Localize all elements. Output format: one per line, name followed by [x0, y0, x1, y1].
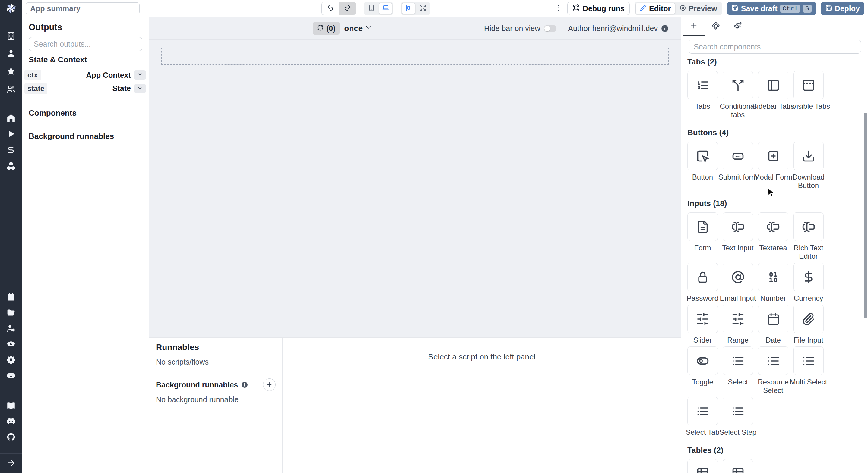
download-icon — [802, 149, 815, 163]
component-card[interactable]: Textarea — [758, 212, 788, 261]
folder-icon[interactable] — [6, 307, 16, 317]
tab-editor[interactable]: Editor — [636, 3, 675, 14]
component-card[interactable]: Download Button — [793, 142, 824, 190]
bot-icon[interactable] — [6, 370, 16, 380]
save-icon — [826, 4, 832, 13]
sliders-icon — [732, 312, 745, 326]
calendar-solid-icon[interactable] — [6, 292, 16, 302]
component-card[interactable]: Rich Text Editor — [793, 212, 824, 261]
ellipsis-box-icon — [732, 149, 745, 163]
component-card[interactable]: Select — [723, 346, 753, 395]
center-layout-button[interactable] — [402, 3, 415, 14]
canvas-dropzone[interactable] — [161, 47, 669, 65]
fullwidth-button[interactable] — [416, 3, 430, 14]
save-icon — [732, 4, 738, 13]
dollar-icon[interactable] — [6, 145, 16, 155]
component-card[interactable]: Button — [687, 142, 718, 190]
component-card[interactable]: Text Input — [723, 212, 753, 261]
desktop-view-button[interactable] — [379, 3, 392, 14]
runnable-detail-area: Select a script on the left panel — [283, 338, 681, 473]
expand-row-button[interactable] — [134, 70, 146, 79]
user-icon[interactable] — [6, 48, 16, 59]
recompute-mode-dropdown[interactable]: once — [344, 24, 372, 33]
play-icon[interactable] — [6, 129, 16, 139]
component-card[interactable]: Date — [758, 305, 788, 344]
redo-button[interactable] — [339, 2, 356, 15]
component-card[interactable]: Select Step — [723, 397, 753, 437]
hide-bar-toggle[interactable] — [544, 25, 556, 32]
boxes-icon[interactable] — [6, 161, 16, 171]
split-icon — [732, 79, 745, 92]
building-icon[interactable] — [6, 30, 16, 41]
deploy-button[interactable]: Deploy — [821, 2, 864, 15]
component-card[interactable]: Resource Select — [758, 346, 788, 395]
component-card[interactable]: Invisible Tabs — [793, 71, 824, 119]
text-cursor-input-icon — [732, 220, 745, 234]
output-row-state[interactable]: state State — [22, 82, 149, 95]
arrow-right-icon[interactable] — [6, 458, 16, 468]
book-icon[interactable] — [6, 400, 16, 411]
outputs-search-input[interactable] — [29, 37, 142, 51]
panel-tab-component-settings[interactable] — [705, 17, 727, 36]
component-card[interactable]: Select Tab — [687, 397, 718, 437]
app-canvas[interactable]: (0) once Hide bar on view Author henri@w… — [149, 17, 681, 337]
info-icon[interactable] — [661, 24, 669, 33]
component-card[interactable] — [687, 459, 718, 473]
discord-icon[interactable] — [6, 416, 16, 426]
kbd-s: S — [803, 4, 812, 13]
recompute-button[interactable]: (0) — [313, 22, 340, 35]
component-card[interactable]: Multi Select — [793, 346, 824, 395]
component-card[interactable]: Range — [723, 305, 753, 344]
components-search-input[interactable] — [688, 40, 861, 54]
component-card[interactable]: Number — [758, 263, 788, 302]
github-icon[interactable] — [6, 432, 16, 442]
eye-icon[interactable] — [6, 339, 16, 349]
list-ordered-icon — [696, 79, 709, 92]
list-icon — [696, 405, 709, 418]
tab-preview[interactable]: Preview — [675, 3, 721, 14]
component-card-label: Rich Text Editor — [786, 244, 831, 261]
component-card[interactable]: Conditional tabs — [723, 71, 753, 119]
sidebar-group-collapse — [0, 458, 22, 468]
gear-icon[interactable] — [6, 354, 16, 365]
runnables-panel: Runnables No scripts/flows Background ru… — [149, 337, 681, 473]
state-context-rows: ctx App Context state State — [22, 68, 149, 95]
output-row-ctx[interactable]: ctx App Context — [22, 68, 149, 82]
bug-icon — [572, 4, 580, 13]
component-section-title: Tables (2) — [687, 446, 868, 455]
panel-tab-insert-component[interactable] — [683, 17, 705, 36]
undo-button[interactable] — [321, 2, 339, 15]
component-card[interactable]: Currency — [793, 263, 824, 302]
save-draft-button[interactable]: Save draft Ctrl S — [727, 2, 816, 15]
sidebar-group-links — [0, 400, 22, 442]
home-icon[interactable] — [6, 113, 16, 123]
windmill-logo[interactable] — [0, 0, 22, 17]
component-card[interactable]: Tabs — [687, 71, 718, 119]
mobile-view-button[interactable] — [365, 3, 378, 14]
dollar-sign-icon — [802, 271, 815, 284]
users-icon[interactable] — [6, 84, 16, 94]
info-icon[interactable] — [241, 381, 248, 388]
add-background-runnable-button[interactable] — [263, 378, 276, 391]
app-summary-input[interactable] — [26, 2, 140, 14]
component-card[interactable]: Form — [687, 212, 718, 261]
components-scrollbar[interactable] — [864, 113, 867, 318]
plus-icon — [690, 22, 698, 31]
component-card[interactable]: Submit form — [723, 142, 753, 190]
panel-tab-styling[interactable] — [727, 17, 749, 36]
star-icon[interactable] — [6, 66, 16, 76]
paintbrush-icon — [734, 22, 742, 31]
component-card[interactable]: Slider — [687, 305, 718, 344]
component-card[interactable]: File Input — [793, 305, 824, 344]
component-card[interactable] — [723, 459, 753, 473]
component-card[interactable]: Toggle — [687, 346, 718, 395]
component-card[interactable]: Sidebar Tabs — [758, 71, 788, 119]
component-card[interactable]: Modal Form — [758, 142, 788, 190]
component-card[interactable]: Email Input — [723, 263, 753, 302]
debug-runs-button[interactable]: Debug runs — [567, 2, 630, 15]
user-cog-icon[interactable] — [6, 323, 16, 333]
expand-row-button[interactable] — [134, 84, 146, 93]
component-card[interactable]: Password — [687, 263, 718, 302]
panel-left-icon — [767, 79, 780, 92]
more-menu-button[interactable] — [554, 2, 562, 14]
